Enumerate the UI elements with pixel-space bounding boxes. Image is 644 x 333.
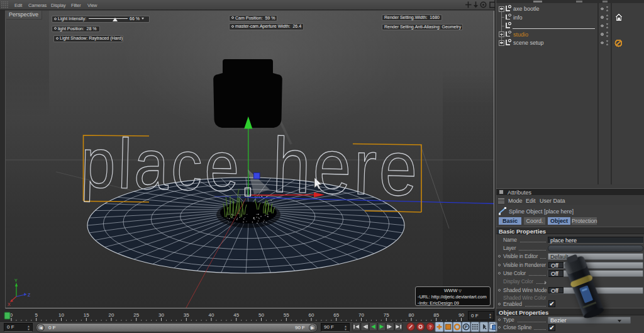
svg-text:80: 80 [409,312,414,318]
svg-text:50: 50 [258,312,264,318]
svg-text:60: 60 [309,312,314,318]
svg-text:studio: studio [513,31,528,38]
svg-text:10: 10 [58,312,64,318]
svg-text:90: 90 [458,312,464,318]
svg-text:scene setup: scene setup [513,40,544,46]
svg-text:X: X [8,302,11,307]
svg-text:5: 5 [35,312,38,318]
svg-text:15: 15 [84,312,89,318]
svg-text:35: 35 [184,312,189,318]
svg-text:Y: Y [14,278,18,283]
svg-text:30: 30 [158,312,164,318]
svg-text:65: 65 [333,312,339,318]
svg-text:55: 55 [284,312,289,318]
svg-text:?: ? [429,324,432,330]
svg-text:Z: Z [28,293,31,297]
svg-text:0: 0 [10,312,13,318]
svg-text:85: 85 [433,312,439,318]
svg-text:75: 75 [384,312,389,318]
svg-text:70: 70 [358,312,364,318]
svg-text:25: 25 [133,312,139,318]
svg-text:P: P [465,325,468,329]
svg-text:axe bootle: axe bootle [513,6,540,12]
svg-text:45: 45 [233,312,239,318]
svg-text:20: 20 [109,312,114,318]
svg-text:40: 40 [209,312,214,318]
svg-text:info: info [513,14,523,21]
